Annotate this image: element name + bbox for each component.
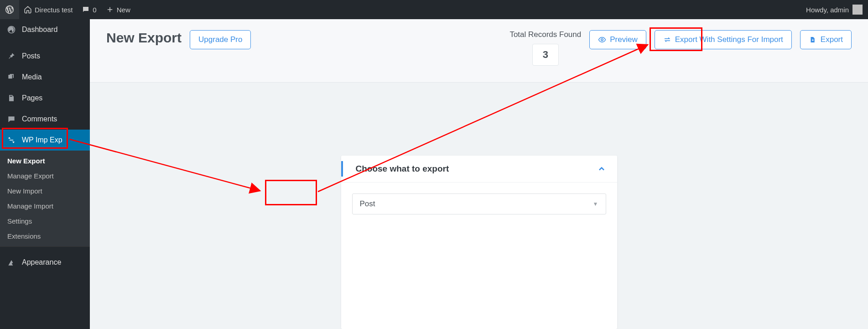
wordpress-icon: [4, 4, 15, 15]
plus-icon: [106, 5, 114, 14]
panel-title: Choose what to export: [352, 164, 449, 174]
export-panel: Choose what to export Post ▼: [341, 156, 617, 329]
import-export-icon: [6, 135, 16, 145]
avatar: [852, 5, 863, 15]
site-link[interactable]: Directus test: [19, 0, 77, 19]
appearance-icon: [6, 257, 16, 267]
pin-icon: [6, 51, 16, 61]
export-icon: [809, 36, 817, 44]
comments-link[interactable]: 0: [77, 0, 101, 19]
panel-header[interactable]: Choose what to export: [341, 156, 617, 183]
sidebar-item-wp-imp-exp[interactable]: WP Imp Exp: [0, 130, 90, 151]
button-label: Upgrade Pro: [198, 35, 242, 44]
select-value: Post: [360, 199, 375, 209]
submenu-new-export[interactable]: New Export: [0, 153, 90, 168]
submenu-manage-import[interactable]: Manage Import: [0, 198, 90, 214]
sidebar-label: Appearance: [22, 258, 61, 266]
new-link[interactable]: New: [101, 0, 135, 19]
panel-body: Post ▼: [341, 183, 617, 225]
sidebar-item-comments[interactable]: Comments: [0, 109, 90, 130]
export-button[interactable]: Export: [800, 30, 852, 49]
preview-button[interactable]: Preview: [589, 30, 646, 49]
submenu-new-import[interactable]: New Import: [0, 183, 90, 198]
button-label: Preview: [610, 35, 637, 44]
sidebar-label: Dashboard: [22, 26, 57, 34]
sidebar-item-media[interactable]: Media: [0, 67, 90, 88]
button-label: Export With Settings For Import: [675, 35, 783, 44]
export-type-select[interactable]: Post ▼: [352, 193, 606, 214]
wp-logo-menu[interactable]: [0, 0, 19, 19]
records-label: Total Records Found: [509, 30, 581, 39]
pages-icon: [6, 93, 16, 103]
sidebar-label: Posts: [22, 52, 40, 60]
header-actions: Total Records Found 3 Preview Export Wit…: [509, 30, 852, 66]
content-area: New Export Upgrade Pro Total Records Fou…: [90, 19, 868, 329]
button-label: Export: [821, 35, 843, 44]
topbar-right[interactable]: Howdy, admin: [806, 5, 868, 15]
records-count: 3: [532, 44, 559, 66]
sidebar-label: WP Imp Exp: [22, 136, 62, 144]
submenu-manage-export[interactable]: Manage Export: [0, 168, 90, 183]
page-title: New Export: [106, 30, 182, 46]
comment-count: 0: [93, 6, 96, 14]
records-found: Total Records Found 3: [509, 30, 581, 66]
sidebar-label: Pages: [22, 94, 42, 102]
upgrade-pro-button[interactable]: Upgrade Pro: [190, 30, 251, 49]
chevron-up-icon: [597, 164, 606, 173]
submenu-wp-imp-exp: New Export Manage Export New Import Mana…: [0, 151, 90, 246]
sidebar-item-posts[interactable]: Posts: [0, 46, 90, 67]
submenu-extensions[interactable]: Extensions: [0, 229, 90, 244]
new-label: New: [117, 6, 130, 14]
sidebar-label: Media: [22, 73, 42, 81]
comments-icon: [6, 114, 16, 124]
submenu-settings[interactable]: Settings: [0, 214, 90, 229]
caret-down-icon: ▼: [593, 201, 598, 207]
comment-icon: [82, 5, 90, 14]
topbar-left: Directus test 0 New: [0, 0, 806, 19]
sidebar-label: Comments: [22, 115, 57, 123]
admin-topbar: Directus test 0 New Howdy, admin: [0, 0, 868, 19]
export-with-settings-button[interactable]: Export With Settings For Import: [655, 30, 792, 49]
site-name: Directus test: [35, 6, 73, 14]
sidebar-item-dashboard[interactable]: Dashboard: [0, 19, 90, 40]
page-header: New Export Upgrade Pro Total Records Fou…: [90, 19, 868, 83]
home-icon: [24, 5, 32, 14]
dashboard-icon: [6, 25, 16, 35]
media-icon: [6, 72, 16, 82]
sidebar-item-appearance[interactable]: Appearance: [0, 252, 90, 273]
eye-icon: [598, 36, 606, 44]
admin-sidebar: Dashboard Posts Media Pages Comments: [0, 19, 90, 329]
sidebar-item-pages[interactable]: Pages: [0, 88, 90, 109]
howdy-text: Howdy, admin: [806, 6, 849, 14]
swap-icon: [663, 36, 671, 44]
svg-point-2: [601, 39, 603, 41]
workarea: Choose what to export Post ▼: [90, 83, 868, 329]
svg-point-1: [10, 76, 11, 77]
